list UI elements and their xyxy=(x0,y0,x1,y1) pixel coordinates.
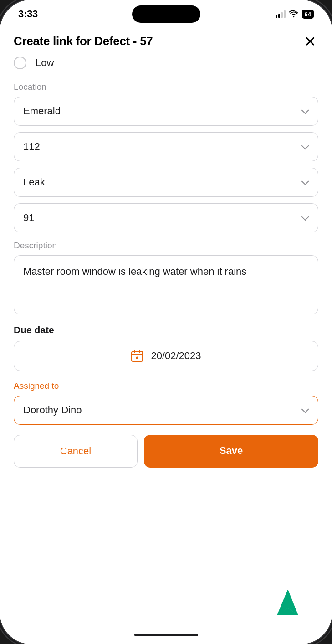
assigned-section-label: Assigned to xyxy=(14,381,318,391)
signal-bar-2 xyxy=(278,14,280,18)
room-value: 112 xyxy=(23,141,40,153)
priority-row: Low xyxy=(14,57,318,69)
description-text: Master room window is leaking water when… xyxy=(23,266,246,277)
due-date-picker[interactable]: 20/02/2023 xyxy=(14,341,318,371)
signal-bar-1 xyxy=(276,15,277,18)
room-chevron-icon xyxy=(300,142,309,151)
action-buttons: Cancel Save xyxy=(14,435,318,472)
modal-content: Create link for Defect - 57 Low Location… xyxy=(0,24,332,626)
priority-radio[interactable] xyxy=(14,57,26,69)
type-chevron-icon xyxy=(300,178,309,187)
form-body: Low Location Emerald 112 Leak 91 xyxy=(0,57,332,626)
number-value: 91 xyxy=(23,212,34,224)
type-dropdown[interactable]: Leak xyxy=(14,168,318,197)
save-label: Save xyxy=(220,445,243,456)
home-indicator xyxy=(0,626,332,644)
battery-icon: 64 xyxy=(302,10,314,19)
modal-title: Create link for Defect - 57 xyxy=(14,34,153,48)
wifi-icon xyxy=(289,10,298,18)
location-section-label: Location xyxy=(14,82,318,92)
assigned-dropdown[interactable]: Dorothy Dino xyxy=(14,396,318,425)
number-chevron-icon xyxy=(300,213,309,222)
assigned-chevron-icon xyxy=(300,406,309,415)
svg-rect-0 xyxy=(132,351,143,361)
signal-icon xyxy=(276,10,286,18)
due-date-label: Due date xyxy=(14,325,318,335)
room-dropdown[interactable]: 112 xyxy=(14,132,318,161)
calendar-icon xyxy=(131,350,143,362)
home-bar xyxy=(134,634,198,636)
signal-bar-3 xyxy=(281,12,283,18)
battery-level: 64 xyxy=(305,11,311,18)
cancel-button[interactable]: Cancel xyxy=(14,435,138,468)
priority-label: Low xyxy=(36,57,54,69)
description-field[interactable]: Master room window is leaking water when… xyxy=(14,255,318,314)
cursor-arrow xyxy=(275,587,300,619)
modal-header: Create link for Defect - 57 xyxy=(0,24,332,57)
location-dropdown[interactable]: Emerald xyxy=(14,97,318,126)
location-chevron-icon xyxy=(300,107,309,116)
assigned-value: Dorothy Dino xyxy=(23,404,82,416)
save-button[interactable]: Save xyxy=(144,435,318,468)
dynamic-island xyxy=(132,5,200,23)
number-dropdown[interactable]: 91 xyxy=(14,203,318,232)
type-value: Leak xyxy=(23,176,45,188)
svg-point-4 xyxy=(137,357,138,359)
status-icons: 64 xyxy=(276,10,314,19)
status-bar: 3:33 64 xyxy=(0,0,332,24)
phone-frame: 3:33 64 xyxy=(0,0,332,644)
location-value: Emerald xyxy=(23,105,61,117)
signal-bar-4 xyxy=(284,10,286,18)
cancel-label: Cancel xyxy=(60,445,91,457)
due-date-value: 20/02/2023 xyxy=(151,350,201,362)
description-section-label: Description xyxy=(14,241,318,251)
status-time: 3:33 xyxy=(18,8,38,20)
close-button[interactable] xyxy=(302,33,318,49)
phone-screen: 3:33 64 xyxy=(0,0,332,644)
